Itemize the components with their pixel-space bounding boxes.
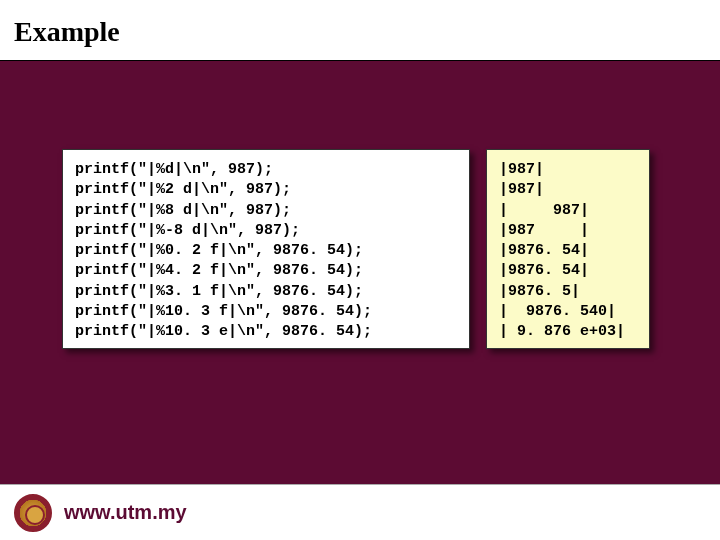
code-line: printf("|%10. 3 e|\n", 9876. 54); bbox=[75, 323, 372, 340]
output-line: |987| bbox=[499, 161, 544, 178]
output-line: |9876. 54| bbox=[499, 262, 589, 279]
code-line: printf("|%10. 3 f|\n", 9876. 54); bbox=[75, 303, 372, 320]
output-line: |987 | bbox=[499, 222, 589, 239]
code-line: printf("|%d|\n", 987); bbox=[75, 161, 273, 178]
utm-logo-icon bbox=[14, 494, 52, 532]
output-line: | 987| bbox=[499, 202, 589, 219]
code-line: printf("|%0. 2 f|\n", 9876. 54); bbox=[75, 242, 363, 259]
output-line: | 9876. 540| bbox=[499, 303, 616, 320]
output-line: |987| bbox=[499, 181, 544, 198]
code-line: printf("|%4. 2 f|\n", 9876. 54); bbox=[75, 262, 363, 279]
slide-title: Example bbox=[14, 16, 706, 48]
output-line: |9876. 5| bbox=[499, 283, 580, 300]
code-line: printf("|%3. 1 f|\n", 9876. 54); bbox=[75, 283, 363, 300]
code-line: printf("|%8 d|\n", 987); bbox=[75, 202, 291, 219]
slide-footer: www.utm.my bbox=[0, 484, 720, 540]
footer-url: www.utm.my bbox=[64, 501, 187, 524]
code-line: printf("|%-8 d|\n", 987); bbox=[75, 222, 300, 239]
code-panel: printf("|%d|\n", 987); printf("|%2 d|\n"… bbox=[62, 149, 470, 349]
slide-content: printf("|%d|\n", 987); printf("|%2 d|\n"… bbox=[0, 61, 720, 421]
output-line: | 9. 876 e+03| bbox=[499, 323, 625, 340]
slide-header: Example bbox=[0, 0, 720, 61]
output-line: |9876. 54| bbox=[499, 242, 589, 259]
code-line: printf("|%2 d|\n", 987); bbox=[75, 181, 291, 198]
output-panel: |987| |987| | 987| |987 | |9876. 54| |98… bbox=[486, 149, 650, 349]
